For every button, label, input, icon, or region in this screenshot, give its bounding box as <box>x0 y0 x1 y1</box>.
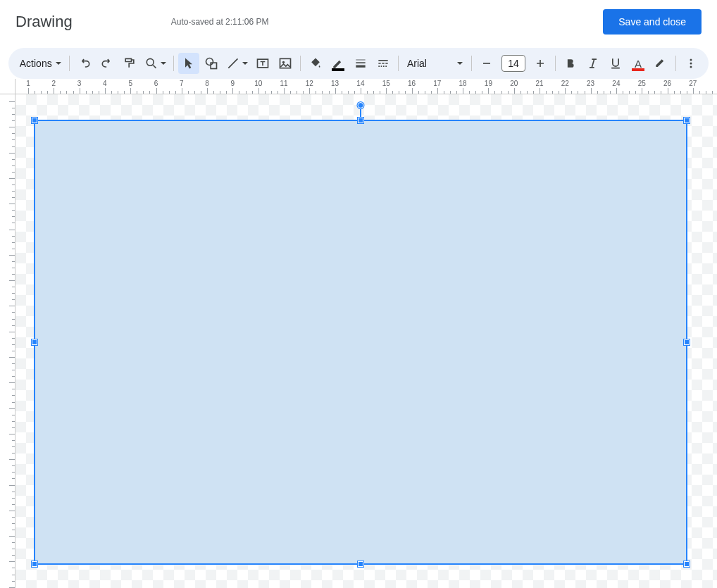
toolbar-separator <box>471 56 472 71</box>
shape-tool-button[interactable] <box>201 53 222 74</box>
font-size-input[interactable]: 14 <box>501 55 525 72</box>
font-name-label: Arial <box>407 58 427 69</box>
paint-roller-icon <box>123 56 137 70</box>
text-box-icon <box>256 56 270 70</box>
ruler-number: 5 <box>128 80 132 87</box>
ruler-number: 8 <box>205 80 209 87</box>
more-options-button[interactable] <box>680 53 702 74</box>
resize-handle-nw[interactable] <box>32 118 37 123</box>
ruler-number: 6 <box>154 80 158 87</box>
selected-rectangle-shape[interactable] <box>34 120 687 565</box>
plus-icon <box>533 56 547 70</box>
more-vertical-icon <box>684 56 698 70</box>
rotate-handle[interactable] <box>358 102 364 108</box>
ruler-number: 22 <box>561 80 569 87</box>
autosave-status: Auto-saved at 2:11:06 PM <box>171 17 269 27</box>
ruler-number: 24 <box>612 80 620 87</box>
paint-format-button[interactable] <box>119 53 140 74</box>
dialog-title: Drawing <box>15 13 73 31</box>
ruler-number: 27 <box>689 80 697 87</box>
line-dash-icon <box>376 56 390 70</box>
caret-down-icon <box>161 62 166 65</box>
line-tool-button[interactable] <box>223 53 251 74</box>
ruler-number: 19 <box>485 80 492 87</box>
resize-handle-sw[interactable] <box>32 561 37 567</box>
increase-font-size-button[interactable] <box>530 53 551 74</box>
bold-icon <box>563 56 578 70</box>
fill-color-button[interactable] <box>305 53 326 74</box>
pencil-icon <box>331 56 345 70</box>
actions-label: Actions <box>20 58 52 69</box>
resize-handle-e[interactable] <box>684 339 690 345</box>
resize-handle-se[interactable] <box>684 561 690 567</box>
svg-point-7 <box>690 63 692 65</box>
horizontal-ruler[interactable]: 1234567891011121314151617181920212223242… <box>15 79 717 94</box>
ruler-number: 18 <box>459 80 467 87</box>
select-tool-button[interactable] <box>178 53 199 74</box>
redo-button[interactable] <box>96 53 118 74</box>
decrease-font-size-button[interactable] <box>476 53 497 74</box>
ruler-number: 1 <box>26 80 30 87</box>
ruler-number: 11 <box>280 80 287 87</box>
ruler-number: 17 <box>433 80 441 87</box>
undo-icon <box>77 56 92 70</box>
ruler-number: 13 <box>331 80 339 87</box>
resize-handle-ne[interactable] <box>684 118 690 123</box>
bold-button[interactable] <box>560 53 581 74</box>
toolbar-separator <box>398 56 399 71</box>
undo-button[interactable] <box>74 53 95 74</box>
toolbar-separator <box>300 56 301 71</box>
dialog-header: Drawing Auto-saved at 2:11:06 PM Save an… <box>0 0 717 39</box>
svg-rect-2 <box>211 63 216 68</box>
ruler-number: 7 <box>180 80 184 87</box>
resize-handle-w[interactable] <box>32 339 37 345</box>
ruler-number: 25 <box>638 80 646 87</box>
italic-icon <box>586 56 600 70</box>
toolbar-separator <box>675 56 676 71</box>
border-dash-button[interactable] <box>373 53 394 74</box>
toolbar: Actions Arial <box>8 48 709 79</box>
zoom-icon <box>144 56 158 70</box>
line-icon <box>226 56 240 70</box>
border-color-button[interactable] <box>328 53 349 74</box>
image-icon <box>278 56 292 70</box>
drawing-canvas[interactable] <box>15 94 717 588</box>
redo-icon <box>100 56 114 70</box>
border-weight-button[interactable] <box>350 53 371 74</box>
ruler-number: 10 <box>254 80 262 87</box>
svg-point-0 <box>147 58 154 65</box>
highlight-color-button[interactable] <box>650 53 671 74</box>
workspace: 1234567891011121314151617181920212223242… <box>0 79 717 588</box>
underline-button[interactable] <box>605 53 626 74</box>
svg-point-1 <box>206 58 213 65</box>
text-color-button[interactable]: A <box>628 53 649 74</box>
toolbar-separator <box>555 56 556 71</box>
toolbar-separator <box>69 56 70 71</box>
toolbar-separator <box>173 56 174 71</box>
svg-point-5 <box>282 61 285 63</box>
image-button[interactable] <box>275 53 296 74</box>
highlighter-icon <box>654 56 668 70</box>
resize-handle-n[interactable] <box>358 118 363 123</box>
cursor-icon <box>182 56 196 70</box>
italic-button[interactable] <box>582 53 604 74</box>
ruler-number: 9 <box>231 80 235 87</box>
ruler-number: 2 <box>52 80 56 87</box>
actions-menu-button[interactable]: Actions <box>15 53 65 74</box>
font-family-select[interactable]: Arial <box>403 53 467 74</box>
caret-down-icon <box>56 62 61 65</box>
text-box-button[interactable] <box>252 53 273 74</box>
underline-icon <box>609 56 623 70</box>
paint-bucket-icon <box>308 56 323 70</box>
text-color-a-icon: A <box>635 58 642 70</box>
resize-handle-s[interactable] <box>358 561 363 567</box>
vertical-ruler[interactable] <box>0 94 15 588</box>
save-and-close-button[interactable]: Save and close <box>603 9 702 35</box>
caret-down-icon <box>457 62 463 65</box>
ruler-number: 3 <box>77 80 82 87</box>
ruler-number: 23 <box>587 80 594 87</box>
ruler-number: 15 <box>382 80 390 87</box>
ruler-number: 26 <box>663 80 671 87</box>
zoom-button[interactable] <box>142 53 169 74</box>
ruler-number: 20 <box>510 80 518 87</box>
